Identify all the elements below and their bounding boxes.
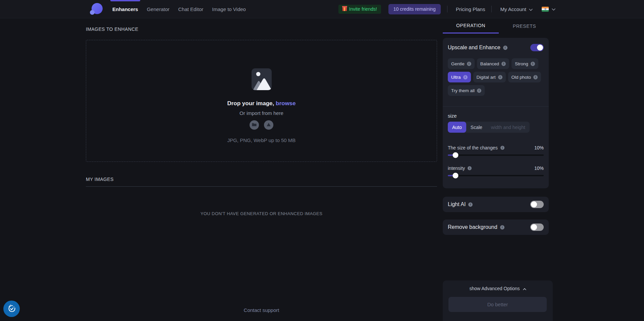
mode-label: Gentle: [451, 61, 465, 66]
do-better-button[interactable]: Do better: [448, 297, 547, 312]
size-of-changes-value: 10%: [534, 145, 544, 150]
nav-item-generator[interactable]: Generator: [143, 0, 174, 18]
info-icon: [533, 75, 538, 79]
upscale-toggle[interactable]: [530, 44, 544, 51]
show-advanced-options-button[interactable]: show Advanced Options: [443, 280, 553, 293]
slider-knob[interactable]: [452, 173, 458, 179]
nav-divider: [447, 6, 447, 12]
import-from-text: Or import from here: [239, 110, 283, 116]
brand-logo[interactable]: [90, 3, 103, 15]
size-of-changes-slider[interactable]: [448, 154, 544, 156]
intensity-value: 10%: [534, 166, 544, 171]
image-dropzone[interactable]: Drop your image, browse Or import from h…: [86, 40, 437, 162]
light-ai-label: Light AI: [448, 201, 466, 207]
nav-item-chat-editor[interactable]: Chat Editor: [174, 0, 208, 18]
local-folder-button[interactable]: [250, 120, 259, 130]
size-of-changes-slider-block: The size of the changes 10%: [448, 145, 544, 156]
logo-circle-small: [90, 10, 95, 15]
mode-label: Old photo: [512, 75, 531, 80]
mode-ultra-button[interactable]: Ultra: [448, 72, 471, 82]
size-label: size: [448, 113, 544, 119]
remove-background-label: Remove background: [448, 224, 497, 230]
intensity-label: intensity: [448, 166, 465, 171]
invite-friends-label: Invite friends!: [349, 6, 377, 12]
mode-digital-art-button[interactable]: Digital art: [473, 72, 506, 82]
slider-head: The size of the changes 10%: [448, 145, 544, 150]
size-option-scale[interactable]: Scale: [466, 122, 487, 133]
remove-background-card: Remove background: [443, 219, 549, 235]
primary-nav: Enhancers Generator Chat Editor Image to…: [108, 0, 250, 18]
mode-old-photo-button[interactable]: Old photo: [508, 72, 541, 82]
upscale-row: Upscale and Enhance: [448, 44, 544, 51]
info-icon: [477, 88, 481, 93]
top-navigation: Enhancers Generator Chat Editor Image to…: [0, 0, 644, 18]
folder-icon: [252, 122, 257, 128]
info-icon[interactable]: [468, 202, 473, 207]
google-drive-icon: [266, 122, 271, 128]
nav-item-enhancers[interactable]: Enhancers: [108, 0, 143, 18]
advanced-options-label: show Advanced Options: [469, 286, 520, 291]
mode-gentle-button[interactable]: Gentle: [448, 58, 475, 69]
mode-buttons: Gentle Balanced Strong Ultra Digital art…: [448, 58, 544, 96]
upscale-label: Upscale and Enhance: [448, 45, 500, 51]
tab-presets[interactable]: PRESETS: [499, 18, 550, 34]
nav-item-image-to-video[interactable]: Image to Video: [208, 0, 250, 18]
light-ai-card: Light AI: [443, 197, 549, 212]
cookie-consent-button[interactable]: [3, 301, 20, 317]
main-content: IMAGES TO ENHANCE Drop your image, brows…: [86, 18, 437, 313]
contact-support-link[interactable]: Contact support: [86, 307, 437, 313]
mode-label: Strong: [515, 61, 528, 66]
invite-friends-button[interactable]: Invite friends!: [338, 5, 381, 14]
info-icon: [531, 62, 535, 66]
operation-card: Upscale and Enhance Gentle Balanced Stro…: [443, 38, 549, 188]
info-icon[interactable]: [500, 225, 504, 230]
intensity-slider[interactable]: [448, 175, 544, 176]
cookie-icon: [7, 303, 17, 315]
images-to-enhance-title: IMAGES TO ENHANCE: [86, 26, 437, 32]
nav-divider: [491, 6, 492, 12]
accepted-formats-text: JPG, PNG, WebP up to 50 MB: [227, 137, 296, 143]
google-drive-button[interactable]: [264, 120, 273, 130]
india-flag-icon[interactable]: [542, 7, 549, 12]
card-divider: [443, 106, 549, 107]
empty-state-text: YOU DON'T HAVE GENERATED OR ENHANCED IMA…: [86, 211, 437, 216]
info-icon: [467, 62, 471, 66]
tab-operation[interactable]: OPERATION: [443, 18, 499, 34]
language-chevron-down-icon[interactable]: [552, 6, 555, 12]
size-of-changes-label: The size of the changes: [448, 145, 498, 150]
advanced-options-card: show Advanced Options Do better: [443, 280, 553, 321]
gift-icon: [342, 7, 347, 11]
nav-right-group: Invite friends! 10 credits remaining Pri…: [338, 4, 555, 14]
info-icon[interactable]: [500, 146, 504, 150]
mode-label: Try them all: [451, 88, 475, 93]
remove-background-toggle[interactable]: [530, 223, 544, 231]
mode-balanced-button[interactable]: Balanced: [477, 58, 509, 69]
info-icon: [463, 75, 468, 79]
info-icon: [501, 62, 506, 66]
panel-tabs: OPERATION PRESETS: [443, 18, 553, 34]
ashoka-chakra: [544, 8, 546, 10]
intensity-slider-block: intensity 10%: [448, 166, 544, 176]
my-account-menu[interactable]: My Account: [500, 6, 533, 12]
mode-label: Digital art: [477, 75, 496, 80]
pricing-plans-link[interactable]: Pricing Plans: [456, 6, 485, 12]
info-icon: [498, 75, 502, 79]
drop-instruction: Drop your image, browse: [227, 100, 296, 107]
browse-link[interactable]: browse: [276, 100, 296, 107]
info-icon[interactable]: [468, 166, 472, 170]
drop-text: Drop your image,: [227, 100, 274, 107]
slider-knob[interactable]: [452, 152, 458, 158]
size-segmented-control: Auto Scale width and height: [448, 122, 530, 133]
light-ai-toggle[interactable]: [530, 201, 544, 208]
chevron-up-icon: [523, 286, 526, 291]
info-icon[interactable]: [503, 46, 507, 50]
mode-strong-button[interactable]: Strong: [512, 58, 538, 69]
credits-remaining-badge[interactable]: 10 credits remaining: [388, 4, 441, 14]
mode-try-them-all-button[interactable]: Try them all: [448, 85, 485, 96]
my-images-title: MY IMAGES: [86, 177, 437, 182]
chevron-down-icon: [529, 6, 533, 12]
slider-head: intensity 10%: [448, 166, 544, 171]
size-option-auto[interactable]: Auto: [448, 122, 466, 133]
image-placeholder-icon: [252, 68, 272, 91]
mode-label: Balanced: [480, 61, 499, 66]
